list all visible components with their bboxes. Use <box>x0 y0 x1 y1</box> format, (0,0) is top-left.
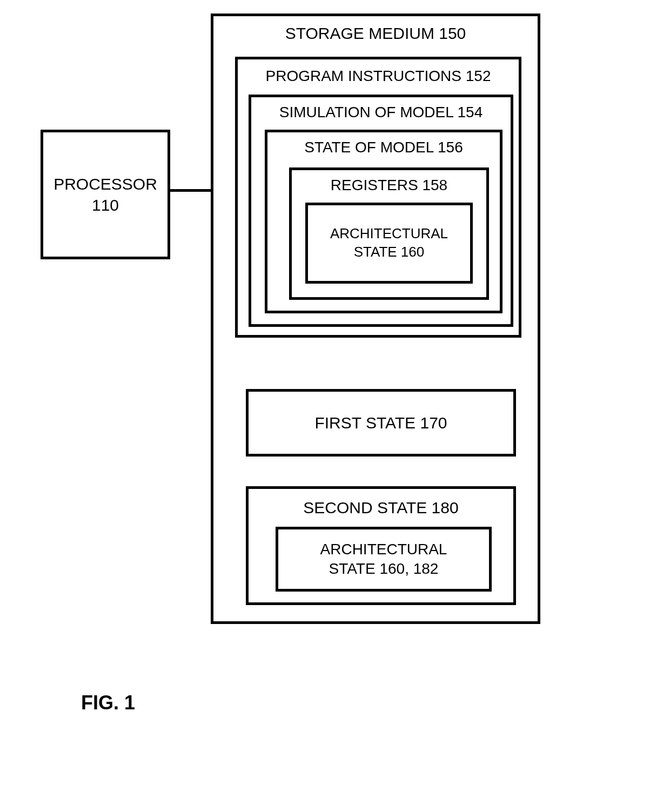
second-state-box: SECOND STATE 180 ARCHITECTURAL STATE 160… <box>246 486 516 605</box>
simulation-title: SIMULATION OF MODEL 154 <box>251 104 511 121</box>
processor-ref: 110 <box>92 194 119 216</box>
diagram-container: PROCESSOR 110 STORAGE MEDIUM 150 PROGRAM… <box>0 0 670 812</box>
architectural-state-box-2: ARCHITECTURAL STATE 160, 182 <box>276 527 492 592</box>
first-state-label: FIRST STATE 170 <box>314 414 447 432</box>
figure-label: FIG. 1 <box>81 692 135 714</box>
architectural-state-box-1: ARCHITECTURAL STATE 160 <box>305 203 473 284</box>
first-state-box: FIRST STATE 170 <box>246 389 516 457</box>
state-model-box: STATE OF MODEL 156 REGISTERS 158 ARCHITE… <box>265 130 502 313</box>
storage-title: STORAGE MEDIUM 150 <box>213 24 538 43</box>
program-title: PROGRAM INSTRUCTIONS 152 <box>238 68 519 85</box>
arch-state2-line1: ARCHITECTURAL <box>320 540 447 559</box>
storage-medium-box: STORAGE MEDIUM 150 PROGRAM INSTRUCTIONS … <box>211 14 540 624</box>
processor-label: PROCESSOR <box>53 173 157 194</box>
arch-state2-line2: STATE 160, 182 <box>329 559 439 579</box>
state-model-title: STATE OF MODEL 156 <box>267 139 500 156</box>
simulation-model-box: SIMULATION OF MODEL 154 STATE OF MODEL 1… <box>249 95 513 327</box>
registers-box: REGISTERS 158 ARCHITECTURAL STATE 160 <box>289 167 489 300</box>
second-state-title: SECOND STATE 180 <box>249 499 513 517</box>
processor-box: PROCESSOR 110 <box>41 130 170 259</box>
connector-line <box>170 189 211 192</box>
registers-title: REGISTERS 158 <box>292 177 486 194</box>
arch-state-line2: STATE 160 <box>354 243 425 261</box>
arch-state-line1: ARCHITECTURAL <box>330 225 448 243</box>
program-instructions-box: PROGRAM INSTRUCTIONS 152 SIMULATION OF M… <box>235 57 521 338</box>
